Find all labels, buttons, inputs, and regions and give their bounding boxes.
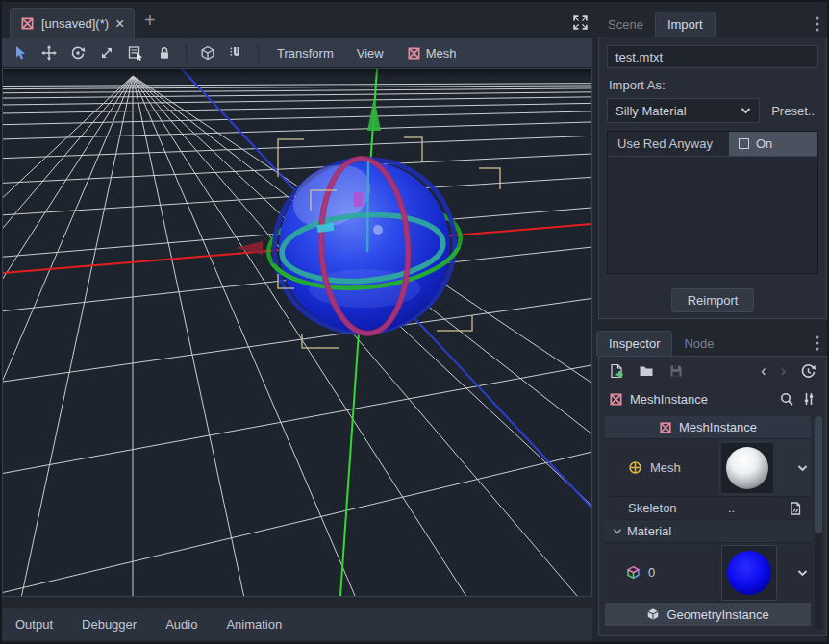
bottom-tab-output[interactable]: Output (15, 617, 53, 632)
transform-menu[interactable]: Transform (267, 46, 343, 61)
mesh-menu[interactable]: Mesh (397, 46, 466, 61)
scene-tab-title: [unsaved](*) (41, 16, 109, 31)
history-forward-button[interactable]: › (781, 362, 786, 380)
material-preview-thumbnail[interactable] (721, 545, 777, 601)
cube-icon (646, 607, 660, 621)
bottom-tab-animation[interactable]: Animation (226, 617, 282, 632)
inspector-panel: ‹ › MeshInstance (598, 356, 827, 636)
mesh-icon (659, 421, 672, 434)
import-panel: test.mtxt Import As: Silly Material Pres… (598, 37, 827, 319)
lock-icon (157, 45, 172, 61)
snap-magnet-icon (229, 45, 244, 61)
bottom-tab-debugger[interactable]: Debugger (82, 617, 137, 632)
section-material[interactable]: Material (605, 520, 811, 543)
mesh-icon (20, 16, 35, 31)
white-sphere-preview (726, 447, 768, 489)
tools-icon[interactable] (801, 391, 816, 407)
grid-lines (3, 76, 591, 596)
search-icon[interactable] (779, 391, 794, 407)
import-dock-tabs: Scene Import (596, 10, 829, 37)
preset-button[interactable]: Preset.. (767, 104, 818, 118)
skeleton-property-label: Skeleton (605, 501, 728, 515)
section-meshinstance[interactable]: MeshInstance (605, 416, 811, 439)
toolbar-separator (258, 44, 259, 62)
rotate-tool-button[interactable] (65, 41, 90, 64)
tab-scene[interactable]: Scene (596, 12, 655, 37)
move-tool-button[interactable] (37, 41, 62, 64)
toolbar-separator (186, 44, 187, 62)
mesh-property-label: Mesh (650, 460, 681, 475)
tab-node[interactable]: Node (672, 332, 725, 356)
scrollbar-thumb[interactable] (815, 416, 822, 533)
bottom-tab-audio[interactable]: Audio (165, 617, 197, 632)
local-space-button[interactable] (195, 41, 220, 64)
chevron-down-icon[interactable] (797, 568, 808, 578)
new-resource-icon[interactable] (609, 363, 624, 379)
import-filename: test.mtxt (607, 45, 818, 68)
select-tool-button[interactable] (8, 41, 33, 64)
bottom-panel-bar: Output Debugger Audio Animation (2, 608, 592, 640)
checkbox-icon[interactable] (739, 138, 749, 149)
material-slot-label: 0 (648, 565, 655, 580)
list-select-tool-button[interactable] (123, 41, 148, 64)
kebab-menu-icon[interactable] (814, 15, 821, 33)
scale-icon (99, 45, 114, 61)
y-axis-arrow[interactable] (367, 97, 381, 131)
mesh-icon (609, 392, 623, 407)
viewport-toolbar: Transform View Mesh (2, 38, 592, 68)
node-path-icon[interactable] (788, 501, 803, 516)
param-checkbox-on[interactable]: On (729, 132, 817, 156)
property-row-mesh: Mesh (605, 439, 811, 497)
chevron-down-icon[interactable] (797, 463, 808, 473)
rotate-icon (70, 45, 86, 61)
edited-node-name: MeshInstance (630, 392, 772, 407)
close-icon[interactable]: × (115, 16, 124, 32)
param-row-use-red-anyway: Use Red Anyway On (608, 132, 817, 157)
editor-window: [unsaved](*) × + (0, 0, 829, 644)
chevron-down-icon (613, 527, 622, 535)
viewport-scene (3, 69, 591, 596)
expand-icon[interactable] (572, 14, 589, 31)
property-row-material-0: 0 (605, 543, 811, 603)
param-name: Use Red Anyway (608, 136, 729, 151)
select-arrow-icon (13, 45, 28, 61)
import-as-label: Import As: (609, 78, 826, 92)
scale-tool-button[interactable] (94, 41, 119, 64)
inspector-dock-tabs: Inspector Node (596, 329, 829, 356)
blue-sphere-preview (727, 551, 771, 595)
cube-local-space-icon (200, 45, 215, 61)
chevron-down-icon (741, 106, 751, 115)
property-row-skeleton: Skeleton .. (605, 497, 811, 520)
move-icon (41, 45, 57, 61)
inspector-scrollbar[interactable] (815, 416, 822, 630)
snap-button[interactable] (224, 41, 249, 64)
folder-open-icon[interactable] (639, 363, 654, 379)
list-select-icon (128, 45, 143, 61)
viewport-3d[interactable] (2, 68, 592, 597)
section-geometryinstance[interactable]: GeometryInstance (605, 603, 811, 626)
view-menu[interactable]: View (347, 46, 393, 61)
scene-tab[interactable]: [unsaved](*) × (10, 8, 135, 38)
reimport-button[interactable]: Reimport (671, 288, 755, 312)
mesh-preview-thumbnail[interactable] (721, 443, 773, 493)
import-as-select[interactable]: Silly Material (607, 98, 760, 123)
import-params: Use Red Anyway On (607, 131, 818, 274)
inspector-properties: MeshInstance Mesh (605, 416, 811, 630)
material-icon (626, 565, 641, 580)
edited-node-row: MeshInstance (599, 385, 826, 412)
kebab-menu-icon[interactable] (814, 334, 821, 352)
mesh-icon (407, 46, 421, 61)
save-icon[interactable] (668, 363, 684, 379)
lock-tool-button[interactable] (152, 41, 177, 64)
inspector-dock: Inspector Node (596, 329, 829, 638)
new-tab-button[interactable]: + (144, 10, 156, 32)
mesh-resource-icon (628, 460, 642, 475)
history-icon[interactable] (800, 363, 816, 380)
history-back-button[interactable]: ‹ (761, 362, 766, 380)
tab-import[interactable]: Import (655, 12, 716, 37)
import-dock: Scene Import test.mtxt Import As: Silly … (596, 10, 829, 319)
tab-inspector[interactable]: Inspector (596, 331, 672, 356)
skeleton-value[interactable]: .. (728, 501, 788, 515)
